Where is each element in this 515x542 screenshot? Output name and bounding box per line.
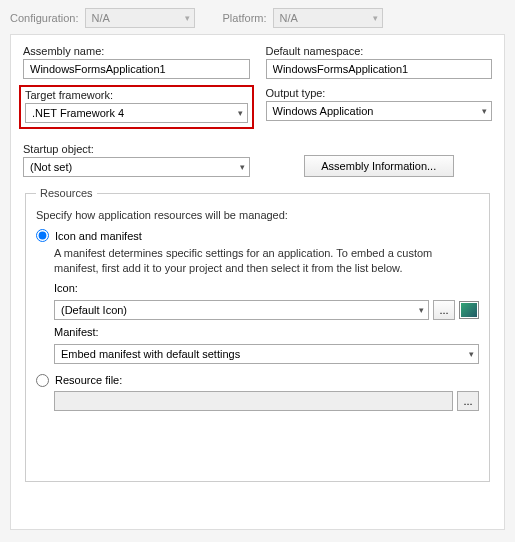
assembly-name-input[interactable] [23, 59, 250, 79]
manifest-combo-value: Embed manifest with default settings [61, 348, 240, 360]
ellipsis-icon: ... [463, 395, 472, 407]
application-tab-body: Assembly name: Default namespace: Target… [10, 34, 505, 530]
output-type-value: Windows Application [273, 105, 374, 117]
icon-and-manifest-label: Icon and manifest [55, 230, 142, 242]
configuration-label: Configuration: [10, 12, 79, 24]
startup-object-field: Startup object: (Not set) ▾ [23, 143, 250, 177]
configuration-combo: N/A ▾ [85, 8, 195, 28]
startup-object-value: (Not set) [30, 161, 72, 173]
chevron-down-icon: ▾ [238, 108, 243, 118]
chevron-down-icon: ▾ [469, 349, 474, 359]
platform-label: Platform: [223, 12, 267, 24]
icon-combo-value: (Default Icon) [61, 304, 127, 316]
resources-description: Specify how application resources will b… [36, 209, 479, 221]
ellipsis-icon: ... [439, 304, 448, 316]
resource-file-label: Resource file: [55, 374, 122, 386]
target-framework-value: .NET Framework 4 [32, 107, 124, 119]
startup-object-label: Startup object: [23, 143, 250, 155]
default-namespace-input[interactable] [266, 59, 493, 79]
project-properties-application-panel: Configuration: N/A ▾ Platform: N/A ▾ Ass… [0, 0, 515, 542]
default-namespace-label: Default namespace: [266, 45, 493, 57]
target-framework-label: Target framework: [25, 89, 248, 101]
icon-and-manifest-radio[interactable] [36, 229, 49, 242]
assembly-name-field: Assembly name: [23, 45, 250, 79]
chevron-down-icon: ▾ [185, 13, 190, 23]
manifest-help-text: A manifest determines specific settings … [54, 246, 479, 276]
resource-file-radio[interactable] [36, 374, 49, 387]
target-framework-combo[interactable]: .NET Framework 4 ▾ [25, 103, 248, 123]
icon-label: Icon: [54, 282, 78, 294]
resources-legend: Resources [36, 187, 97, 199]
resource-file-browse-button: ... [457, 391, 479, 411]
target-framework-field: Target framework: .NET Framework 4 ▾ [19, 85, 254, 129]
default-namespace-field: Default namespace: [266, 45, 493, 79]
icon-browse-button[interactable]: ... [433, 300, 455, 320]
platform-value: N/A [280, 12, 298, 24]
manifest-combo[interactable]: Embed manifest with default settings ▾ [54, 344, 479, 364]
chevron-down-icon: ▾ [373, 13, 378, 23]
startup-object-combo[interactable]: (Not set) ▾ [23, 157, 250, 177]
icon-preview-swatch [459, 301, 479, 319]
chevron-down-icon: ▾ [240, 162, 245, 172]
output-type-combo[interactable]: Windows Application ▾ [266, 101, 493, 121]
config-platform-bar: Configuration: N/A ▾ Platform: N/A ▾ [10, 6, 505, 34]
icon-combo[interactable]: (Default Icon) ▾ [54, 300, 429, 320]
platform-combo: N/A ▾ [273, 8, 383, 28]
resource-file-input [54, 391, 453, 411]
chevron-down-icon: ▾ [482, 106, 487, 116]
output-type-label: Output type: [266, 87, 493, 99]
chevron-down-icon: ▾ [419, 305, 424, 315]
assembly-information-button[interactable]: Assembly Information... [304, 155, 454, 177]
resources-group: Resources Specify how application resour… [25, 187, 490, 482]
output-type-field: Output type: Windows Application ▾ [266, 87, 493, 135]
assembly-name-label: Assembly name: [23, 45, 250, 57]
manifest-label: Manifest: [54, 326, 99, 338]
assembly-information-label: Assembly Information... [321, 160, 436, 172]
configuration-value: N/A [92, 12, 110, 24]
